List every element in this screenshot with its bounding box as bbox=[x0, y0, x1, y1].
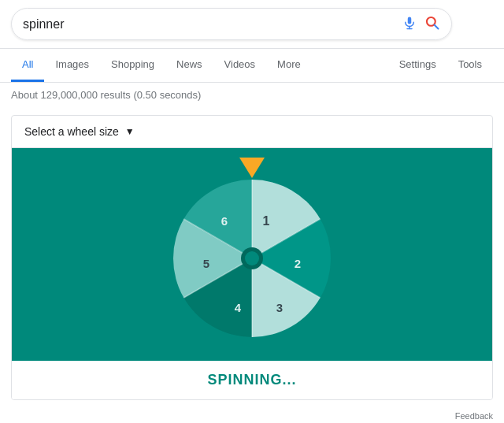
wheel-container[interactable]: 1 2 3 4 5 6 bbox=[165, 172, 339, 345]
label-4: 4 bbox=[235, 301, 242, 314]
tab-more[interactable]: More bbox=[266, 49, 312, 82]
svg-line-4 bbox=[435, 25, 439, 29]
label-1: 1 bbox=[263, 214, 270, 228]
spinning-label: SPINNING... bbox=[207, 372, 296, 388]
chevron-down-icon: ▼ bbox=[125, 126, 135, 137]
wheel-size-selector[interactable]: Select a wheel size ▼ bbox=[12, 116, 492, 148]
svg-rect-0 bbox=[408, 17, 412, 24]
tab-videos[interactable]: Videos bbox=[213, 49, 267, 82]
spinner-canvas: 1 2 3 4 5 6 bbox=[12, 148, 492, 361]
nav-tabs: All Images Shopping News Videos More Set… bbox=[0, 49, 504, 83]
tab-tools[interactable]: Tools bbox=[447, 49, 493, 82]
wheel-size-label: Select a wheel size bbox=[24, 125, 119, 138]
tab-settings[interactable]: Settings bbox=[388, 49, 447, 82]
feedback-link[interactable]: Feedback bbox=[455, 411, 493, 421]
search-icons bbox=[402, 15, 440, 33]
search-button[interactable] bbox=[424, 15, 440, 33]
wheel-svg: 1 2 3 4 5 6 bbox=[165, 172, 339, 345]
label-3: 3 bbox=[276, 301, 283, 314]
tab-all[interactable]: All bbox=[11, 49, 44, 82]
mic-icon[interactable] bbox=[402, 16, 417, 32]
spinning-text: SPINNING... bbox=[12, 361, 492, 399]
tab-news[interactable]: News bbox=[165, 49, 213, 82]
search-input[interactable]: spinner bbox=[23, 17, 395, 32]
spinner-pointer bbox=[239, 158, 265, 178]
center-dot bbox=[245, 251, 259, 265]
label-6: 6 bbox=[221, 214, 228, 228]
search-input-wrap: spinner bbox=[11, 8, 452, 40]
search-bar: spinner bbox=[0, 0, 504, 49]
tab-images[interactable]: Images bbox=[44, 49, 100, 82]
feedback-row: Feedback bbox=[0, 408, 504, 423]
label-2: 2 bbox=[295, 257, 301, 270]
results-info: About 129,000,000 results (0.50 seconds) bbox=[0, 83, 504, 107]
spinner-widget: Select a wheel size ▼ bbox=[11, 115, 493, 400]
label-5: 5 bbox=[203, 257, 209, 270]
nav-right: Settings Tools bbox=[388, 49, 493, 82]
results-count: About 129,000,000 results (0.50 seconds) bbox=[11, 89, 201, 101]
tab-shopping[interactable]: Shopping bbox=[100, 49, 165, 82]
